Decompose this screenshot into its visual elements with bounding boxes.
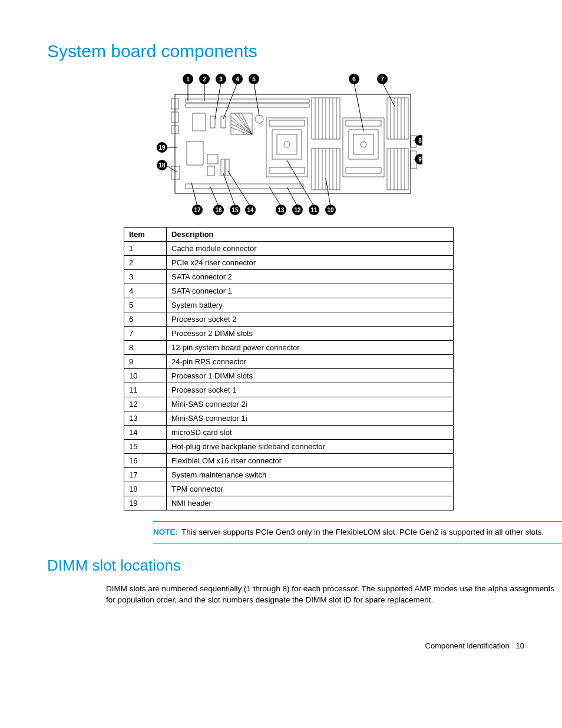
- svg-rect-12: [187, 141, 203, 165]
- cell-item: 12: [124, 397, 167, 411]
- table-row: 7Processor 2 DIMM slots: [124, 327, 454, 341]
- svg-rect-23: [269, 167, 305, 173]
- cell-item: 17: [124, 468, 167, 482]
- table-row: 6Processor socket 2: [124, 312, 454, 327]
- table-row: 10Processor 1 DIMM slots: [124, 369, 454, 383]
- callout-7: 7: [377, 74, 388, 84]
- svg-line-62: [215, 83, 221, 119]
- svg-rect-14: [207, 166, 214, 176]
- cell-description: SATA connector 1: [167, 284, 454, 298]
- svg-rect-7: [193, 113, 206, 131]
- svg-text:7: 7: [381, 76, 384, 83]
- cell-description: NMI header: [167, 496, 454, 510]
- table-row: 812-pin system board power connector: [124, 341, 454, 355]
- footer-section: Component identification: [425, 641, 510, 650]
- svg-text:8: 8: [418, 137, 422, 144]
- svg-rect-0: [175, 94, 411, 193]
- th-description: Description: [167, 228, 454, 242]
- cell-description: Mini-SAS connector 1i: [167, 411, 454, 426]
- svg-text:4: 4: [236, 76, 239, 83]
- svg-text:12: 12: [294, 207, 301, 213]
- svg-rect-17: [186, 184, 303, 189]
- callout-13: 13: [276, 205, 286, 215]
- svg-line-75: [269, 187, 281, 206]
- cell-description: Mini-SAS connector 2i: [167, 397, 454, 411]
- svg-rect-26: [353, 134, 373, 154]
- table-row: 17System maintenance switch: [124, 468, 454, 482]
- svg-rect-6: [186, 104, 309, 107]
- svg-rect-19: [272, 130, 302, 159]
- cell-item: 8: [124, 341, 167, 355]
- svg-line-76: [287, 187, 297, 206]
- table-row: 12Mini-SAS connector 2i: [124, 397, 454, 411]
- th-item: Item: [124, 228, 167, 242]
- callout-4: 4: [232, 74, 243, 84]
- svg-rect-29: [346, 167, 381, 173]
- table-row: 19NMI header: [124, 496, 454, 510]
- svg-point-21: [284, 141, 290, 147]
- callout-16: 16: [213, 205, 224, 215]
- cell-item: 4: [124, 284, 167, 298]
- callout-18: 18: [157, 160, 167, 170]
- table-row: 5System battery: [124, 298, 454, 312]
- cell-item: 13: [124, 411, 167, 426]
- callout-15: 15: [230, 205, 240, 215]
- table-row: 1Cache module connector: [124, 242, 454, 256]
- cell-item: 15: [124, 440, 167, 454]
- callout-14: 14: [245, 205, 256, 215]
- callout-12: 12: [292, 205, 303, 215]
- table-row: 13Mini-SAS connector 1i: [124, 411, 454, 426]
- svg-point-11: [255, 115, 263, 123]
- cell-description: SATA connector 2: [167, 270, 454, 284]
- svg-text:19: 19: [158, 144, 166, 151]
- cell-item: 19: [124, 496, 167, 510]
- callout-6: 6: [349, 74, 359, 84]
- table-row: 16FlexibleLOM x16 riser connector: [124, 454, 454, 468]
- svg-rect-15: [221, 159, 224, 176]
- cell-description: Cache module connector: [167, 242, 454, 256]
- svg-point-27: [361, 141, 366, 147]
- cell-item: 16: [124, 454, 167, 468]
- svg-line-71: [191, 183, 197, 206]
- svg-text:16: 16: [215, 207, 222, 213]
- table-row: 11Processor socket 1: [124, 383, 454, 397]
- svg-rect-22: [269, 120, 305, 126]
- note-block: NOTE:This server supports PCIe Gen3 only…: [153, 521, 562, 543]
- svg-rect-25: [349, 130, 378, 159]
- table-row: 18TPM connector: [124, 482, 454, 496]
- cell-description: System battery: [167, 298, 454, 312]
- note-text: This server supports PCIe Gen3 only in t…: [181, 528, 544, 536]
- table-row: 14microSD card slot: [124, 426, 454, 440]
- svg-line-63: [223, 83, 237, 119]
- callout-1: 1: [183, 74, 193, 84]
- cell-description: microSD card slot: [167, 426, 454, 440]
- svg-rect-13: [207, 154, 218, 164]
- cell-item: 3: [124, 270, 167, 284]
- table-row: 3SATA connector 2: [124, 270, 454, 284]
- svg-text:11: 11: [310, 207, 318, 213]
- svg-text:15: 15: [232, 207, 239, 213]
- svg-line-64: [254, 83, 259, 116]
- table-row: 4SATA connector 1: [124, 284, 454, 298]
- cell-description: Hot-plug drive backplane sideband connec…: [167, 440, 454, 454]
- svg-rect-10: [231, 113, 252, 134]
- dimm-paragraph: DIMM slots are numbered sequentially (1 …: [106, 583, 560, 606]
- svg-line-72: [210, 187, 219, 206]
- callout-19: 19: [157, 142, 167, 153]
- cell-description: Processor socket 2: [167, 312, 454, 327]
- callout-9: 9: [415, 154, 422, 164]
- cell-item: 10: [124, 369, 167, 383]
- svg-rect-4: [171, 166, 180, 179]
- cell-item: 9: [124, 355, 167, 369]
- cell-item: 2: [124, 256, 167, 270]
- svg-line-65: [354, 83, 363, 131]
- svg-text:18: 18: [158, 162, 166, 169]
- cell-item: 6: [124, 312, 167, 327]
- svg-text:1: 1: [186, 76, 190, 83]
- cell-item: 18: [124, 482, 167, 496]
- component-table: Item Description 1Cache module connector…: [124, 227, 454, 510]
- svg-text:10: 10: [327, 207, 334, 213]
- callout-8: 8: [415, 135, 422, 146]
- svg-text:9: 9: [418, 156, 422, 163]
- svg-rect-9: [221, 116, 226, 128]
